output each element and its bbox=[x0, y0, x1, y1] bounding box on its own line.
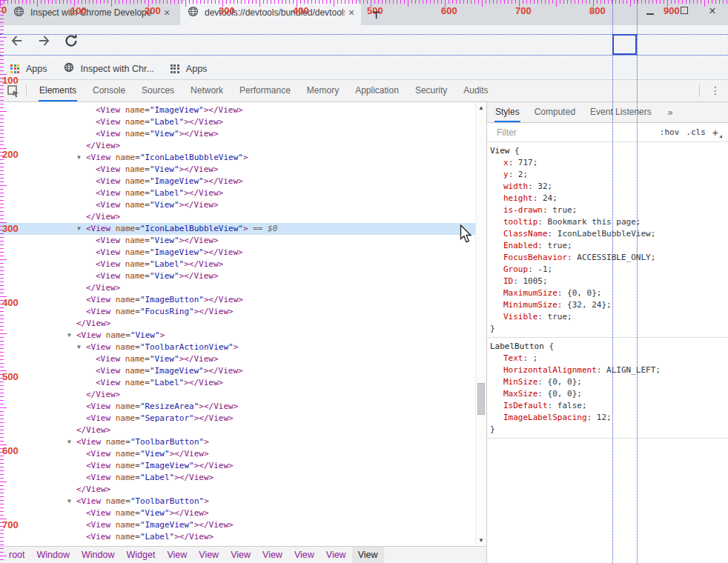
back-button[interactable] bbox=[9, 33, 25, 50]
devtools-tab-console[interactable]: Console bbox=[85, 80, 133, 101]
dom-tree-node[interactable]: ▼<View name="ToolbarButton"> bbox=[0, 436, 475, 448]
browser-tab-1[interactable]: Inspect with Chrome Develope × bbox=[6, 0, 176, 25]
class-toggle-button[interactable]: .cls bbox=[686, 127, 706, 137]
dom-tree-node[interactable]: </View> bbox=[0, 389, 475, 401]
style-property[interactable]: Enabled: true; bbox=[490, 240, 727, 252]
style-property[interactable]: MaximumSize: {0, 0}; bbox=[490, 287, 727, 299]
scroll-up-icon[interactable]: ▲ bbox=[476, 104, 486, 111]
expand-arrow-icon[interactable]: ▼ bbox=[77, 152, 86, 164]
dom-tree-node[interactable]: </View> bbox=[0, 318, 475, 330]
devtools-tab-network[interactable]: Network bbox=[182, 80, 231, 101]
expand-arrow-icon[interactable]: ▼ bbox=[77, 342, 86, 353]
new-style-rule-button[interactable]: + bbox=[712, 127, 722, 139]
tab-close-icon[interactable]: × bbox=[345, 7, 358, 19]
dom-tree-node[interactable]: <View name="View"></View> bbox=[0, 507, 475, 519]
sidebar-tab-styles[interactable]: Styles bbox=[488, 102, 527, 122]
dom-tree-node[interactable]: </View> bbox=[0, 484, 475, 496]
dom-tree-node[interactable]: </View> bbox=[0, 140, 475, 152]
devtools-tab-application[interactable]: Application bbox=[347, 80, 407, 101]
dom-tree-node[interactable]: <View name="Separator"></View> bbox=[0, 413, 475, 424]
breadcrumb-item[interactable]: Window bbox=[31, 547, 76, 563]
expand-arrow-icon[interactable]: ▼ bbox=[77, 223, 86, 235]
dom-tree-node[interactable]: <View name="View"></View> bbox=[0, 270, 475, 282]
breadcrumb-item[interactable]: View bbox=[161, 547, 193, 563]
breadcrumb-item[interactable]: View bbox=[352, 547, 384, 563]
dom-tree-node[interactable]: <View name="ResizeArea"></View> bbox=[0, 401, 475, 413]
style-property[interactable]: ClassName: IconLabelBubbleView; bbox=[490, 228, 727, 240]
style-property[interactable]: FocusBehavior: ACCESSIBLE_ONLY; bbox=[490, 252, 727, 264]
devtools-tab-audits[interactable]: Audits bbox=[455, 80, 496, 101]
maximize-button[interactable] bbox=[678, 4, 691, 18]
dom-tree-node[interactable]: <View name="View"></View> bbox=[0, 128, 475, 140]
sidebar-tab-event-listeners[interactable]: Event Listeners bbox=[583, 102, 659, 122]
style-property[interactable]: HorizontalAlignment: ALIGN_LEFT; bbox=[490, 364, 727, 376]
dom-tree-node[interactable]: ▼<View name="ToolbarButton"> bbox=[0, 496, 475, 507]
style-property[interactable]: is-drawn: true; bbox=[490, 204, 727, 216]
scrollbar-thumb[interactable] bbox=[477, 383, 485, 415]
dom-tree-node[interactable]: <View name="ImageView"></View> bbox=[0, 176, 475, 187]
style-property[interactable]: IsDefault: false; bbox=[490, 400, 727, 412]
devtools-menu-icon[interactable]: ⋮ bbox=[710, 84, 721, 96]
dom-tree-node[interactable]: ▼<View name="IconLabelBubbleView"> == $0 bbox=[0, 223, 475, 235]
dom-tree-node[interactable]: ▼<View name="IconLabelBubbleView"> bbox=[0, 152, 475, 164]
elements-scrollbar[interactable]: ▲ ▼ bbox=[475, 102, 486, 546]
dom-tree-node[interactable]: </View> bbox=[0, 282, 475, 294]
dom-tree-node[interactable]: <View name="ImageView"></View> bbox=[0, 519, 475, 531]
scroll-down-icon[interactable]: ▼ bbox=[476, 537, 486, 544]
forward-button[interactable] bbox=[37, 33, 53, 50]
inspect-element-icon[interactable] bbox=[7, 84, 20, 98]
breadcrumb-item[interactable]: View bbox=[193, 547, 225, 563]
tab-close-icon[interactable]: × bbox=[160, 7, 173, 19]
style-property[interactable]: ID: 1005; bbox=[490, 276, 727, 287]
style-property[interactable]: tooltip: Bookmark this page; bbox=[490, 216, 727, 228]
breadcrumb-item[interactable]: Window bbox=[76, 547, 120, 563]
minimize-button[interactable] bbox=[643, 4, 657, 18]
dom-tree-node[interactable]: <View name="Label"></View> bbox=[0, 259, 475, 270]
breadcrumb-item[interactable]: View bbox=[320, 547, 352, 563]
devtools-tab-security[interactable]: Security bbox=[407, 80, 455, 101]
style-property[interactable]: Text: ; bbox=[490, 353, 727, 364]
reload-button[interactable] bbox=[64, 33, 80, 50]
styles-filter-input[interactable] bbox=[495, 127, 660, 139]
dom-tree-node[interactable]: <View name="View"></View> bbox=[0, 353, 475, 365]
dom-tree-node[interactable]: <View name="ImageView"></View> bbox=[0, 365, 475, 377]
breadcrumb-item[interactable]: root bbox=[3, 547, 31, 563]
devtools-tab-memory[interactable]: Memory bbox=[299, 80, 347, 101]
style-property[interactable]: width: 32; bbox=[490, 181, 727, 193]
bookmark-inspect[interactable]: Inspect with Chr... bbox=[64, 62, 154, 75]
dom-tree-node[interactable]: ▼<View name="View"> bbox=[0, 330, 475, 342]
breadcrumb-item[interactable]: View bbox=[288, 547, 320, 563]
dom-tree-node[interactable]: <View name="View"></View> bbox=[0, 235, 475, 247]
breadcrumb-item[interactable]: Widget bbox=[120, 547, 161, 563]
hover-state-button[interactable]: :hov bbox=[660, 127, 680, 137]
dom-tree-node[interactable]: <View name="ImageView"></View> bbox=[0, 247, 475, 259]
dom-tree-node[interactable]: <View name="Label"></View> bbox=[0, 472, 475, 484]
dom-tree-node[interactable]: <View name="ImageView"></View> bbox=[0, 460, 475, 472]
dom-tree-node[interactable]: <View name="Label"></View> bbox=[0, 116, 475, 128]
style-property[interactable]: ImageLabelSpacing: 12; bbox=[490, 412, 727, 424]
more-tabs-icon[interactable]: » bbox=[668, 107, 673, 118]
style-property[interactable]: MinSize: {0, 0}; bbox=[490, 376, 727, 388]
bookmark-apps-2[interactable]: Apps bbox=[171, 64, 208, 74]
style-property[interactable]: MaxSize: {0, 0}; bbox=[490, 388, 727, 400]
dom-tree-node[interactable]: <View name="Label"></View> bbox=[0, 377, 475, 389]
devtools-tab-elements[interactable]: Elements bbox=[31, 80, 85, 101]
dom-tree-node[interactable]: <View name="View"></View> bbox=[0, 199, 475, 211]
style-property[interactable]: Visible: true; bbox=[490, 311, 727, 323]
dom-tree-node[interactable]: ▼<View name="ToolbarActionView"> bbox=[0, 342, 475, 353]
dom-tree-node[interactable]: <View name="Label"></View> bbox=[0, 531, 475, 543]
devtools-tab-performance[interactable]: Performance bbox=[231, 80, 299, 101]
bookmark-apps[interactable]: Apps bbox=[10, 64, 47, 74]
style-property[interactable]: y: 2; bbox=[490, 169, 727, 181]
dom-tree-node[interactable]: </View> bbox=[0, 424, 475, 436]
dom-tree-node[interactable]: <View name="View"></View> bbox=[0, 164, 475, 176]
dom-tree-node[interactable]: <View name="ImageButton"></View> bbox=[0, 294, 475, 306]
expand-arrow-icon[interactable]: ▼ bbox=[67, 330, 76, 342]
style-property[interactable]: Group: -1; bbox=[490, 264, 727, 276]
browser-tab-2[interactable]: devtools://devtools/bundled/devtools_app… bbox=[180, 0, 361, 25]
style-property[interactable]: height: 24; bbox=[490, 193, 727, 204]
devtools-tab-sources[interactable]: Sources bbox=[133, 80, 182, 101]
dom-tree-node[interactable]: <View name="FocusRing"></View> bbox=[0, 306, 475, 318]
style-property[interactable]: x: 717; bbox=[490, 157, 727, 169]
dom-tree-node[interactable]: </View> bbox=[0, 211, 475, 223]
